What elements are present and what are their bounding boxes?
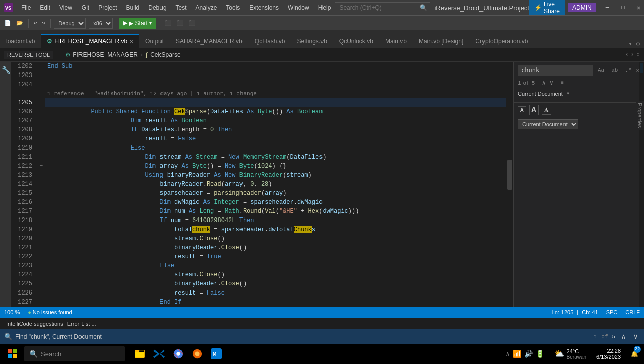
tray-battery-icon[interactable]: 🔋 bbox=[536, 350, 544, 358]
no-issues-status[interactable]: ● No issues found bbox=[24, 307, 76, 318]
menu-debug[interactable]: Debug bbox=[144, 3, 170, 12]
tab-output[interactable]: Output bbox=[139, 34, 170, 48]
taskbar-firefox-icon[interactable] bbox=[188, 345, 206, 363]
notification-button[interactable]: 🔔 22 bbox=[627, 344, 642, 364]
menu-help[interactable]: Help bbox=[314, 3, 335, 12]
minimize-button[interactable]: ─ bbox=[600, 2, 615, 13]
intellicode-btn[interactable]: IntelliCode suggestions bbox=[4, 318, 65, 329]
find-whole-word-btn[interactable]: ab bbox=[609, 66, 620, 75]
activity-toolbox[interactable]: 🔧 bbox=[0, 64, 12, 77]
menu-git[interactable]: Git bbox=[77, 3, 93, 12]
find-input[interactable] bbox=[518, 65, 593, 76]
code-editor[interactable]: End Sub 1 reference | "HadiKhoirudin", 1… bbox=[45, 62, 506, 307]
maximize-button[interactable]: □ bbox=[615, 2, 631, 13]
new-project-btn[interactable]: 📄 bbox=[2, 19, 13, 27]
tab-loadxml[interactable]: loadxml.vb bbox=[0, 34, 41, 48]
menu-analyze[interactable]: Analyze bbox=[192, 3, 221, 12]
find-bar-prev-btn[interactable]: ∧ bbox=[619, 332, 627, 341]
tab-main[interactable]: Main.vb bbox=[379, 34, 413, 48]
menu-project[interactable]: Project bbox=[94, 3, 121, 12]
error-list-btn[interactable]: Error List ... bbox=[65, 318, 98, 329]
tab-crypto[interactable]: CryptoOperation.vb bbox=[469, 34, 534, 48]
redo-btn[interactable]: ↪ bbox=[40, 19, 48, 27]
find-bar-controls: 1 of 5 ∧ ∨ bbox=[594, 332, 640, 341]
spaces-status[interactable]: SPC bbox=[602, 307, 622, 318]
menu-edit[interactable]: Edit bbox=[36, 3, 54, 12]
fold-1212[interactable]: − bbox=[37, 162, 45, 171]
tab-firehose-manager[interactable]: ⚙ FIREHOSE_MANAGER.vb ✕ bbox=[41, 34, 139, 48]
encoding-status[interactable]: CRLF bbox=[621, 307, 644, 318]
menu-test[interactable]: Test bbox=[172, 3, 191, 12]
menu-build[interactable]: Build bbox=[122, 3, 144, 12]
vertical-scrollbar[interactable] bbox=[506, 62, 513, 307]
start-menu-button[interactable] bbox=[2, 344, 22, 364]
global-search-input[interactable] bbox=[335, 2, 430, 13]
breadcrumb-prev-icon[interactable]: ‹ bbox=[625, 51, 628, 58]
menu-extensions[interactable]: Extensions bbox=[245, 3, 283, 12]
find-regex-btn[interactable]: .* bbox=[622, 66, 634, 75]
tray-network-icon[interactable]: 📶 bbox=[513, 350, 521, 358]
taskbar-chrome-icon[interactable] bbox=[169, 345, 187, 363]
ln-1209: 1209 bbox=[11, 134, 32, 143]
minimap-thumb[interactable] bbox=[640, 63, 643, 73]
tb-btn-misc3[interactable]: ⬛ bbox=[187, 19, 198, 27]
font-increase-btn[interactable]: A bbox=[529, 105, 539, 115]
tab-close-icon[interactable]: ✕ bbox=[129, 39, 133, 44]
menu-view[interactable]: View bbox=[55, 3, 76, 12]
breadcrumb-symbol[interactable]: CekSparse bbox=[150, 51, 180, 58]
weather-widget[interactable]: ⛅ 24°C Berawan bbox=[550, 348, 590, 360]
start-button[interactable]: ▶ ▶ Start ▾ bbox=[119, 18, 156, 29]
reverse-tool-label[interactable]: REVERSE TOOL bbox=[4, 51, 53, 59]
find-bar-next-btn[interactable]: ∨ bbox=[632, 332, 640, 341]
taskbar-vscode-icon[interactable] bbox=[150, 345, 168, 363]
code-hint-1205: 1 reference | "HadiKhoirudin", 12 days a… bbox=[45, 89, 506, 98]
tab-overflow-btn[interactable]: ▾ bbox=[627, 40, 634, 48]
menu-window[interactable]: Window bbox=[284, 3, 313, 12]
live-share-icon: ⚡ bbox=[534, 4, 542, 11]
system-tray: ∧ 📶 🔊 🔋 ⛅ 24°C Berawan 22:28 6/13/2023 🔔… bbox=[502, 344, 642, 364]
tab-sahara[interactable]: SAHARA_MANAGER.vb bbox=[170, 34, 249, 48]
breadcrumb-expand-icon[interactable]: ↕ bbox=[636, 51, 640, 58]
find-all-btn[interactable]: ≡ bbox=[558, 79, 567, 87]
admin-avatar[interactable]: ADMIN bbox=[568, 3, 596, 12]
tray-arrow-icon[interactable]: ∧ bbox=[506, 350, 509, 358]
menu-file[interactable]: File bbox=[17, 3, 35, 12]
search-scope-select[interactable]: Current Document bbox=[518, 119, 578, 129]
clock-widget[interactable]: 22:28 6/13/2023 bbox=[592, 348, 625, 360]
find-match-case-btn[interactable]: Aa bbox=[595, 66, 607, 75]
live-share-button[interactable]: ⚡ Live Share bbox=[529, 0, 565, 16]
tb-btn-misc2[interactable]: ⬛ bbox=[175, 19, 186, 27]
breadcrumb-file[interactable]: FIREHOSE_MANAGER bbox=[73, 51, 138, 58]
start-dropdown-icon[interactable]: ▾ bbox=[149, 20, 152, 26]
fold-1205[interactable]: − bbox=[37, 98, 45, 107]
font-decrease-btn[interactable]: A bbox=[518, 106, 526, 114]
taskbar-search[interactable]: 🔍 Search bbox=[24, 346, 125, 361]
fold-1218 bbox=[37, 216, 45, 225]
scrollbar-thumb[interactable] bbox=[507, 160, 512, 190]
tray-volume-icon[interactable]: 🔊 bbox=[524, 350, 533, 358]
tab-settings-icon[interactable]: ⚙ bbox=[634, 40, 642, 48]
close-button[interactable]: ✕ bbox=[631, 2, 644, 14]
tab-qcflash[interactable]: QcFlash.vb bbox=[249, 34, 291, 48]
tab-main-design[interactable]: Main.vb [Design] bbox=[413, 34, 469, 48]
debug-mode-select[interactable]: Debug bbox=[54, 18, 86, 29]
find-prev-btn[interactable]: ∧ bbox=[541, 78, 546, 88]
tb-btn-misc1[interactable]: ⬛ bbox=[163, 19, 174, 27]
undo-btn[interactable]: ↩ bbox=[32, 19, 39, 27]
find-scope-dropdown-icon[interactable]: ▾ bbox=[566, 90, 570, 97]
zoom-status[interactable]: 100 % bbox=[0, 307, 24, 318]
open-btn[interactable]: 📂 bbox=[14, 19, 25, 27]
font-bold-icon[interactable]: 𝐀 bbox=[542, 106, 551, 115]
taskbar-app1-icon[interactable]: M bbox=[207, 345, 225, 363]
menu-tools[interactable]: Tools bbox=[222, 3, 244, 12]
taskbar-file-explorer-icon[interactable] bbox=[131, 345, 149, 363]
properties-sidebar-label[interactable]: Properties bbox=[636, 101, 639, 130]
svg-rect-8 bbox=[135, 352, 144, 357]
tab-settings[interactable]: Settings.vb bbox=[291, 34, 333, 48]
fold-1207[interactable]: − bbox=[37, 116, 45, 125]
platform-select[interactable]: x86 bbox=[89, 18, 113, 29]
find-next-btn[interactable]: ∨ bbox=[549, 78, 554, 88]
cursor-pos-status[interactable]: Ln: 1205 | Ch: 41 bbox=[548, 307, 602, 318]
tab-qcunlock[interactable]: QcUnlock.vb bbox=[333, 34, 379, 48]
breadcrumb-next-icon[interactable]: › bbox=[631, 51, 634, 58]
